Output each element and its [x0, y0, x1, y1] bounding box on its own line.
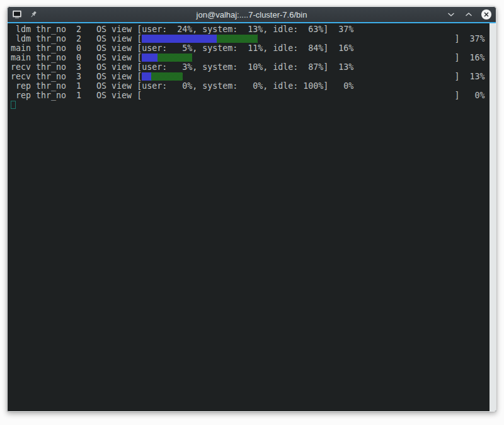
cpu-bar	[142, 91, 454, 99]
cpu-bar-system	[217, 35, 258, 43]
row-text: rep thr_no 1 OS view [user: 0%, system: …	[11, 81, 353, 91]
row-prefix: main thr_no 0 OS view [	[11, 53, 142, 62]
terminal-content[interactable]: ldm thr_no 2 OS view [user: 24%, system:…	[8, 23, 490, 411]
terminal-cursor	[11, 101, 16, 109]
maximize-button[interactable]	[463, 9, 474, 20]
terminal-window: jon@valhaj:....7-cluster-7.6/bin	[7, 6, 496, 412]
cpu-bar-system	[158, 54, 192, 62]
pin-icon[interactable]	[28, 9, 39, 20]
terminal-row: main thr_no 0 OS view [user: 5%, system:…	[11, 43, 490, 53]
row-suffix: ] 16%	[454, 53, 484, 62]
cpu-bar	[142, 72, 454, 81]
terminal-row	[11, 100, 490, 110]
row-text: ldm thr_no 2 OS view [user: 24%, system:…	[11, 25, 353, 34]
titlebar[interactable]: jon@valhaj:....7-cluster-7.6/bin	[8, 7, 496, 22]
window-title: jon@valhaj:....7-cluster-7.6/bin	[8, 10, 496, 20]
scrollbar-thumb[interactable]	[490, 23, 496, 411]
terminal-row: recv thr_no 3 OS view [user: 3%, system:…	[11, 62, 490, 72]
terminal-row: recv thr_no 3 OS view [ ] 13%	[11, 72, 490, 81]
row-suffix: ] 0%	[454, 91, 484, 100]
cpu-bar	[142, 35, 454, 43]
cpu-bar-user	[142, 72, 151, 81]
cpu-bar	[142, 54, 454, 62]
terminal-row: main thr_no 0 OS view [ ] 16%	[11, 53, 490, 62]
minimize-button[interactable]	[445, 9, 457, 20]
row-prefix: ldm thr_no 2 OS view [	[11, 34, 142, 43]
terminal-row: ldm thr_no 2 OS view [ ] 37%	[11, 34, 490, 43]
row-text: recv thr_no 3 OS view [user: 3%, system:…	[11, 62, 353, 72]
terminal-app-icon[interactable]	[11, 9, 23, 20]
cpu-bar-user	[142, 35, 217, 43]
terminal-row: ldm thr_no 2 OS view [user: 24%, system:…	[11, 25, 490, 34]
scrollbar[interactable]	[490, 23, 496, 411]
cpu-bar-system	[151, 72, 183, 81]
terminal-row: rep thr_no 1 OS view [ ] 0%	[11, 91, 490, 100]
cpu-bar-user	[142, 54, 158, 62]
terminal-row: rep thr_no 1 OS view [user: 0%, system: …	[11, 81, 490, 91]
row-prefix: rep thr_no 1 OS view [	[11, 91, 142, 100]
row-suffix: ] 37%	[454, 34, 484, 43]
row-text: main thr_no 0 OS view [user: 5%, system:…	[11, 43, 353, 53]
close-button[interactable]	[481, 9, 492, 20]
row-suffix: ] 13%	[454, 72, 484, 81]
row-prefix: recv thr_no 3 OS view [	[11, 72, 142, 81]
